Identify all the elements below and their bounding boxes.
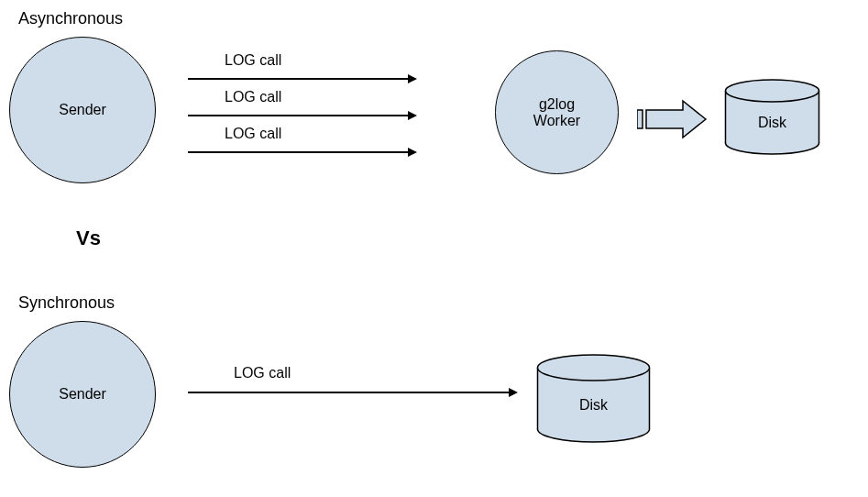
svg-marker-1 (408, 74, 417, 83)
worker-label: g2log Worker (533, 96, 580, 129)
svg-point-11 (726, 80, 819, 102)
svg-marker-13 (509, 388, 518, 397)
disk-label-sync: Disk (579, 397, 608, 414)
disk-node-sync: Disk (536, 353, 651, 445)
vs-label: Vs (76, 226, 101, 250)
worker-node: g2log Worker (495, 50, 619, 174)
svg-point-18 (538, 355, 650, 381)
svg-rect-6 (637, 110, 643, 128)
arrow-2-icon (188, 108, 417, 123)
sender-label-sync: Sender (59, 386, 106, 403)
sender-node-sync: Sender (9, 321, 156, 468)
arrow-3-icon (188, 145, 417, 160)
diagram-container: Asynchronous Sender LOG call LOG call LO… (0, 0, 868, 497)
arrow-label-2: LOG call (225, 89, 281, 105)
sender-label-async: Sender (59, 102, 106, 118)
svg-marker-3 (408, 111, 417, 120)
sender-node-async: Sender (9, 37, 156, 183)
sync-title: Synchronous (18, 293, 115, 313)
async-title: Asynchronous (18, 9, 123, 28)
arrow-label-1: LOG call (225, 52, 281, 69)
svg-marker-5 (408, 148, 417, 157)
block-arrow-icon (637, 96, 710, 142)
arrow-label-sync: LOG call (234, 365, 291, 381)
arrow-sync-icon (188, 385, 518, 400)
disk-label-async: Disk (758, 115, 786, 131)
disk-node-async: Disk (724, 78, 820, 156)
arrow-label-3: LOG call (225, 126, 281, 142)
arrow-1-icon (188, 72, 417, 86)
